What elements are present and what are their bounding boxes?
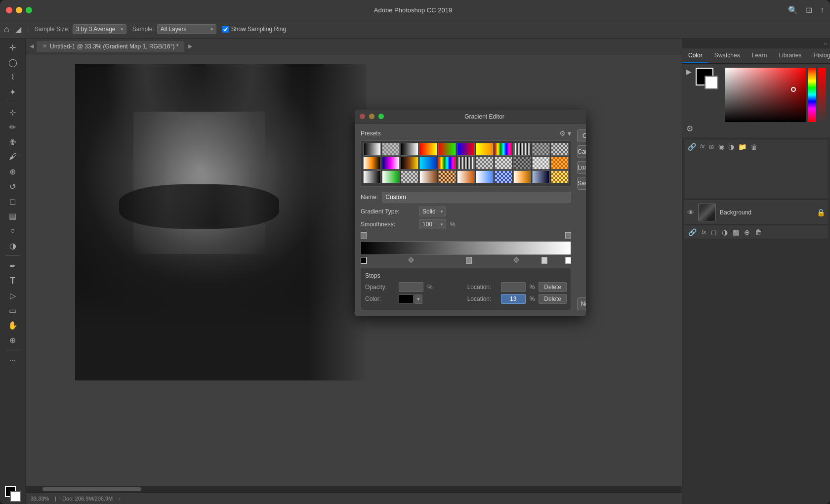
smoothness-select[interactable]: 100 (419, 219, 446, 229)
color-dropdown-button[interactable]: ▾ (415, 294, 422, 304)
gradient-editor-dialog[interactable]: Gradient Editor Presets ⚙ ▾ (355, 110, 586, 316)
preset-swatch-copper[interactable] (401, 157, 418, 169)
preset-swatch-warm[interactable] (513, 170, 531, 183)
fx-icon[interactable]: fx (700, 143, 705, 151)
delete-layer-icon[interactable]: 🗑 (755, 228, 762, 236)
dialog-minimize-button[interactable] (369, 114, 374, 119)
preset-swatch-dark-blue[interactable] (532, 170, 550, 183)
preset-swatch-checker4[interactable] (495, 157, 512, 169)
color-stop-4[interactable] (565, 257, 571, 264)
preset-swatch-rust[interactable] (457, 170, 475, 183)
alpha-strip[interactable] (818, 68, 826, 122)
zoom-tool[interactable]: ⊕ (5, 333, 21, 347)
status-arrow[interactable]: › (119, 496, 121, 502)
name-input[interactable] (382, 192, 571, 203)
ok-button[interactable]: OK (577, 129, 586, 142)
fg-bg-swatches[interactable] (5, 486, 21, 502)
preset-swatch-green-fade[interactable] (382, 170, 400, 183)
eraser-tool[interactable]: ◻ (5, 194, 21, 208)
preset-swatch-fg-bg[interactable] (401, 143, 418, 156)
play-icon[interactable]: ▶ (686, 68, 692, 76)
crop-tool[interactable]: ⊹ (5, 105, 21, 119)
adjustment-icon[interactable]: ◑ (728, 143, 734, 151)
move-tool[interactable]: ✛ (5, 41, 21, 54)
preset-swatch-brown[interactable] (419, 170, 437, 183)
minimize-button[interactable] (16, 7, 22, 13)
preset-swatch-orange-checker[interactable] (551, 157, 569, 169)
preset-swatch-violet[interactable] (382, 157, 400, 169)
group-icon[interactable]: ▤ (733, 228, 739, 236)
magic-wand-tool[interactable]: ✦ (5, 85, 21, 99)
preset-swatch-checker6[interactable] (438, 170, 456, 183)
color-location-input[interactable] (501, 294, 526, 304)
path-selection-tool[interactable]: ▷ (5, 289, 21, 302)
clone-tool[interactable]: ⊕ (5, 165, 21, 178)
link-icon[interactable]: 🔗 (688, 143, 696, 151)
preset-swatch-orange[interactable] (363, 157, 381, 169)
tab-close-icon[interactable]: ✕ (42, 43, 47, 49)
scrollbar-thumb[interactable] (42, 487, 141, 491)
opacity-stop-right[interactable] (565, 232, 571, 239)
background-swatch[interactable] (705, 76, 718, 89)
show-sampling-ring-checkbox[interactable] (222, 26, 229, 33)
preset-swatch-spectrum[interactable] (495, 143, 512, 156)
gradient-tool[interactable]: ▤ (5, 209, 21, 223)
brush-tool[interactable]: 🖌 (5, 150, 21, 164)
tab-libraries[interactable]: Libraries (773, 48, 807, 63)
horizontal-scrollbar[interactable] (26, 486, 682, 492)
mask-icon[interactable]: ◉ (718, 143, 724, 151)
color-stop-swatch[interactable] (399, 294, 414, 303)
opacity-location-input[interactable] (501, 282, 526, 292)
preset-swatch-red-yellow[interactable] (419, 143, 437, 156)
color-stop-2[interactable] (466, 257, 472, 264)
heal-tool[interactable]: ✙ (5, 135, 21, 149)
preset-swatch-checker[interactable] (532, 143, 550, 156)
preset-swatch-checker8[interactable] (551, 170, 569, 183)
tab-color[interactable]: Color (682, 48, 708, 63)
color-gradient-picker[interactable] (725, 68, 806, 122)
color-midpoint-1[interactable] (409, 257, 414, 262)
opacity-stop-left[interactable] (361, 232, 367, 239)
preset-swatch-stripes-2[interactable] (457, 157, 475, 169)
ellipse-tool[interactable]: ◯ (5, 55, 21, 69)
dodge-tool[interactable]: ◑ (5, 239, 21, 252)
new-button[interactable]: New (577, 297, 586, 310)
preset-swatch-checker3[interactable] (476, 157, 494, 169)
sample-size-select[interactable]: 3 by 3 Average (73, 24, 126, 34)
panel-collapse-top[interactable]: ‹‹ (682, 39, 830, 48)
preset-swatch-dark-checker[interactable] (513, 157, 531, 169)
preset-swatch-checker5[interactable] (401, 170, 418, 183)
preset-swatch-stripes[interactable] (513, 143, 531, 156)
close-button[interactable] (6, 7, 12, 13)
lasso-tool[interactable]: ⌇ (5, 70, 21, 84)
add-mask-icon[interactable]: ◻ (711, 228, 717, 236)
home-icon[interactable]: ⌂ (4, 24, 9, 35)
load-button[interactable]: Load... (577, 161, 586, 174)
window-icon[interactable]: ⊡ (806, 5, 812, 15)
preset-swatch-blue-light[interactable] (476, 170, 494, 183)
gradient-bar[interactable] (361, 241, 571, 255)
search-icon[interactable]: 🔍 (788, 5, 798, 15)
layer-lock-icon[interactable]: 🔒 (817, 209, 825, 216)
preset-swatch-red-green[interactable] (438, 143, 456, 156)
preset-swatch-bw[interactable] (363, 143, 381, 156)
more-tools[interactable]: ··· (5, 353, 21, 367)
fx-layers-icon[interactable]: fx (702, 229, 706, 236)
tab-scroll-left[interactable]: ◀ (30, 43, 34, 49)
preset-swatch-blue-red[interactable] (457, 143, 475, 156)
color-delete-button[interactable]: Delete (539, 294, 567, 304)
tab-histogram[interactable]: Histogram (807, 48, 830, 63)
gradient-type-select[interactable]: Solid (419, 207, 446, 216)
presets-gear-icon[interactable]: ⚙ ▾ (559, 129, 571, 137)
new-layer-icon[interactable]: ⊕ (708, 143, 714, 151)
document-tab[interactable]: ✕ Untitled-1 @ 33.3% (Gradient Map 1, RG… (37, 41, 184, 52)
eyedropper-icon[interactable]: ◢ (15, 25, 21, 34)
preset-swatch-checker2[interactable] (551, 143, 569, 156)
color-midpoint-2[interactable] (514, 257, 519, 262)
share-icon[interactable]: ↑ (820, 5, 824, 15)
color-stop-1[interactable] (361, 257, 367, 264)
opacity-delete-button[interactable]: Delete (539, 282, 567, 292)
eyedropper-tool[interactable]: ✏ (5, 120, 21, 134)
preset-swatch-yellow-orange[interactable] (476, 143, 494, 156)
hue-strip[interactable] (808, 68, 816, 122)
